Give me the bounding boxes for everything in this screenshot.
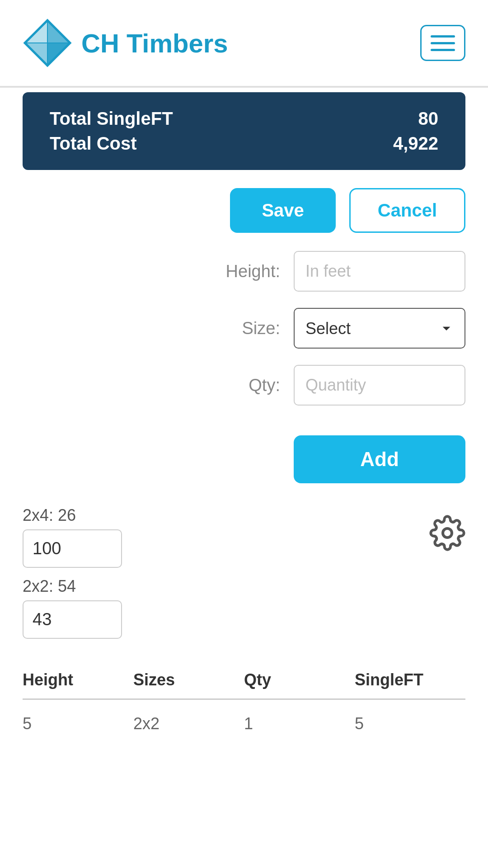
td-height-1: 5 [23, 714, 133, 733]
table-section: Height Sizes Qty SingleFT 5 2x2 1 5 [0, 657, 488, 741]
item-input-2[interactable] [23, 600, 122, 639]
svg-marker-1 [47, 20, 70, 43]
items-section: 2x4: 26 2x2: 54 [0, 501, 488, 657]
table-row: 5 2x2 1 5 [23, 707, 465, 741]
th-sizes: Sizes [133, 670, 244, 689]
svg-marker-4 [47, 43, 70, 66]
menu-line-1 [431, 35, 455, 38]
total-singleft-value: 80 [418, 108, 439, 129]
height-label: Height: [208, 262, 280, 281]
height-input[interactable] [294, 251, 465, 292]
cancel-button[interactable]: Cancel [349, 188, 465, 233]
action-buttons: Save Cancel [0, 170, 488, 242]
item-type-1: 2x4: 26 [23, 506, 122, 525]
total-cost-value: 4,922 [393, 133, 438, 154]
menu-line-2 [431, 42, 455, 44]
qty-label: Qty: [208, 376, 280, 395]
svg-marker-3 [25, 20, 47, 43]
svg-marker-2 [25, 43, 47, 66]
gear-icon-wrap[interactable] [429, 506, 465, 551]
th-singleft: SingleFT [355, 670, 465, 689]
size-row: Size: Select 2x2 2x4 4x4 6x6 [23, 308, 465, 349]
gear-icon [429, 515, 465, 551]
td-qty-1: 1 [244, 714, 355, 733]
item-row-1: 2x4: 26 [23, 506, 465, 568]
summary-row-cost: Total Cost 4,922 [50, 133, 438, 154]
total-singleft-label: Total SingleFT [50, 108, 173, 129]
add-btn-row: Add [0, 431, 488, 501]
item-info-1: 2x4: 26 [23, 506, 122, 568]
logo-area: CH Timbers [23, 18, 228, 68]
td-singleft-1: 5 [355, 714, 465, 733]
logo-icon [23, 18, 72, 68]
size-label: Size: [208, 319, 280, 338]
menu-button[interactable] [420, 25, 465, 61]
td-sizes-1: 2x2 [133, 714, 244, 733]
item-info-2: 2x2: 54 [23, 577, 122, 639]
summary-bar: Total SingleFT 80 Total Cost 4,922 [23, 92, 465, 170]
total-cost-label: Total Cost [50, 133, 137, 154]
height-row: Height: [23, 251, 465, 292]
form-area: Height: Size: Select 2x2 2x4 4x4 6x6 Qty… [0, 242, 488, 431]
menu-line-3 [431, 49, 455, 51]
table-header: Height Sizes Qty SingleFT [23, 670, 465, 700]
th-height: Height [23, 670, 133, 689]
qty-input[interactable] [294, 365, 465, 406]
add-button[interactable]: Add [294, 435, 465, 483]
header-divider [0, 86, 488, 88]
svg-point-7 [443, 528, 452, 538]
app-header: CH Timbers [0, 0, 488, 81]
item-type-2: 2x2: 54 [23, 577, 122, 596]
summary-row-singleft: Total SingleFT 80 [50, 108, 438, 129]
app-title: CH Timbers [81, 28, 228, 58]
save-button[interactable]: Save [230, 188, 335, 233]
item-input-1[interactable] [23, 529, 122, 568]
item-row-2: 2x2: 54 [23, 577, 465, 639]
size-select[interactable]: Select 2x2 2x4 4x4 6x6 [294, 308, 465, 349]
qty-row: Qty: [23, 365, 465, 406]
th-qty: Qty [244, 670, 355, 689]
